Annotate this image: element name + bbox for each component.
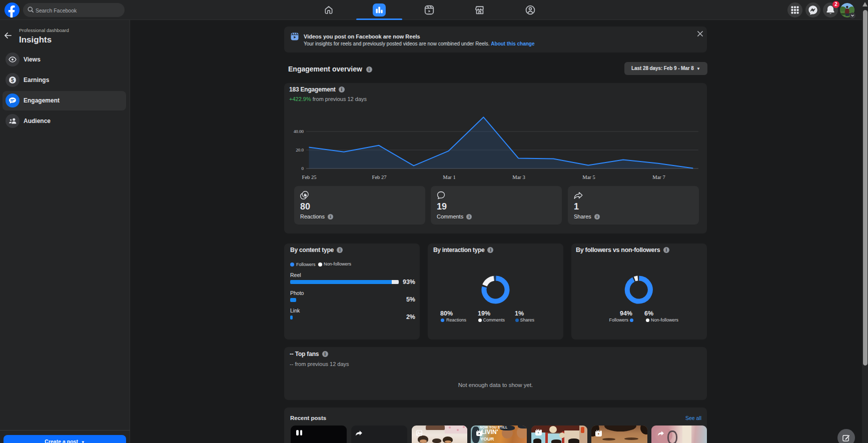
svg-text:Mar 3: Mar 3 xyxy=(512,174,525,180)
svg-text:Feb 27: Feb 27 xyxy=(372,174,387,180)
svg-text:20.0: 20.0 xyxy=(296,148,304,152)
svg-text:0: 0 xyxy=(302,166,304,171)
svg-text:Mar 1: Mar 1 xyxy=(443,174,455,180)
svg-text:Mar 5: Mar 5 xyxy=(582,174,595,180)
svg-text:Mar 7: Mar 7 xyxy=(652,174,665,180)
svg-text:40.00: 40.00 xyxy=(294,129,304,134)
svg-text:Feb 25: Feb 25 xyxy=(302,174,317,180)
svg-text:$: $ xyxy=(11,77,14,83)
